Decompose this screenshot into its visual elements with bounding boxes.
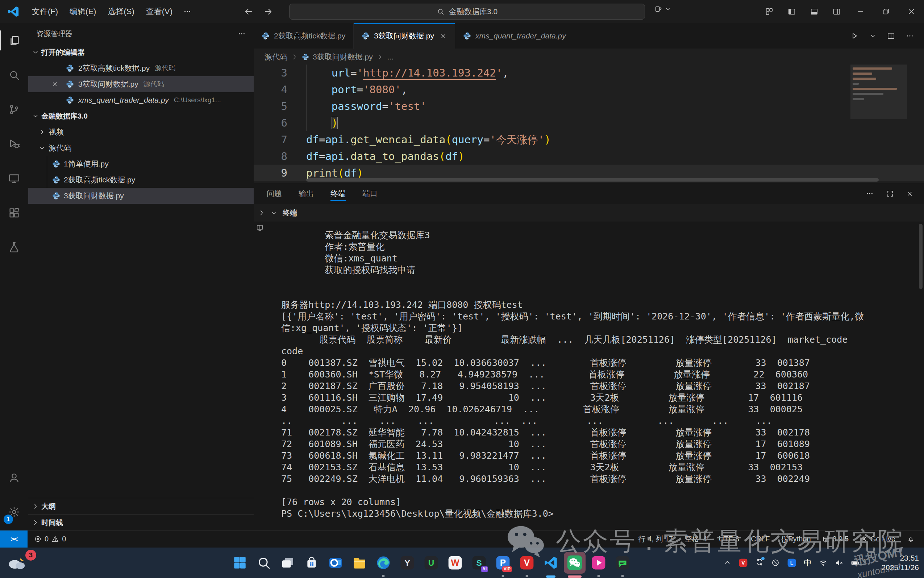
activity-explorer[interactable] [0,23,28,58]
timeline-header[interactable]: 时间线 [28,514,254,531]
toggle-sidebar-icon[interactable] [780,0,803,23]
open-editor-item[interactable]: xms_quant_trader_data.pyC:\Users\lxg1... [28,92,254,108]
status-go-live[interactable]: Go Live [860,535,895,543]
file-item[interactable]: 1简单使用.py [28,156,254,172]
forward-icon[interactable] [263,6,273,17]
taskbar-app-search-icon[interactable] [253,552,275,574]
panel-more-icon[interactable] [866,190,874,198]
menubar-more-button[interactable] [178,8,196,16]
minimap[interactable] [850,65,907,183]
tray-sync-icon[interactable] [755,558,764,568]
taskbar-app-green-chat-app-icon[interactable] [612,552,633,574]
menu-item[interactable]: 查看(V) [140,6,178,17]
breadcrumb-item[interactable]: ... [387,53,394,61]
editor-tab[interactable]: 3获取问财数据.py [354,23,455,49]
taskbar-app-red-v-app-icon[interactable]: V [516,552,538,574]
toggle-secondary-sidebar-icon[interactable] [825,0,848,23]
run-button[interactable] [850,32,859,40]
panel-tab-端口[interactable]: 端口 [362,183,377,204]
terminal-scrollbar[interactable] [919,224,922,289]
status-notifications[interactable] [907,535,914,543]
problems-status[interactable]: 0 0 [28,535,66,543]
tray-lenovo-icon[interactable]: L [787,558,796,567]
folder-item-open[interactable]: 源代码 [28,140,254,156]
panel-tab-输出[interactable]: 输出 [299,183,314,204]
taskbar-app-s-ai-app-icon[interactable]: SAI [468,552,490,574]
taskbar-app-legion-icon[interactable]: Y [396,552,418,574]
close-icon[interactable] [440,32,447,39]
taskbar-app-outlook-icon[interactable] [325,552,346,574]
activity-source-control[interactable] [0,92,28,127]
panel-maximize-icon[interactable] [886,190,894,198]
menu-item[interactable]: 编辑(E) [64,6,102,17]
customize-layout-icon[interactable] [758,0,780,23]
tray-ime-icon[interactable]: 中 [804,557,812,568]
editor-tab[interactable]: 2获取高频tick数据.py [254,23,354,49]
taskbar-app-uu-accelerator-icon[interactable]: U [420,552,442,574]
panel-tab-问题[interactable]: 问题 [267,183,282,204]
activity-settings[interactable]: 1 [0,495,28,529]
tray-blocked-app-icon[interactable] [771,559,780,567]
open-editors-header[interactable]: 打开的编辑器 [28,44,254,60]
toggle-panel-icon[interactable] [803,0,825,23]
close-button[interactable] [899,0,924,23]
activity-account[interactable] [0,460,28,495]
activity-testing[interactable] [0,230,28,264]
project-header[interactable]: 金融数据库3.0 [28,108,254,124]
breadcrumb-item[interactable]: 3获取问财数据.py [313,52,373,62]
open-editor-item[interactable]: 2获取高频tick数据.py源代码 [28,60,254,76]
menu-item[interactable]: 选择(S) [102,6,140,17]
taskbar-app-pink-video-app-icon[interactable] [588,552,610,574]
status-indentation[interactable]: 空格: 4 [685,534,707,544]
outline-header[interactable]: 大纲 [28,498,254,514]
run-dropdown-icon[interactable] [870,32,876,39]
layout-switch-button[interactable] [654,5,671,13]
breadcrumb-item[interactable]: 源代码 [264,52,287,62]
activity-remote-explorer[interactable] [0,161,28,195]
panel-close-icon[interactable] [906,190,913,197]
open-editor-item[interactable]: 3获取问财数据.py源代码 [28,76,254,92]
editor-tab[interactable]: xms_quant_trader_data.py [455,23,574,49]
tray-wps-tray-icon[interactable]: V [738,558,748,567]
taskbar-app-file-explorer-icon[interactable] [349,552,370,574]
tray-wifi-icon[interactable] [819,559,828,567]
taskbar-app-edge-icon[interactable] [372,552,394,574]
terminal-header[interactable]: 终端 [254,204,924,222]
status-language-mode[interactable]: {} Python [781,535,811,543]
tray-battery-icon[interactable] [851,559,859,567]
status-cursor-position[interactable]: 行 4, 列 17 [638,534,673,544]
taskbar-app-vscode-icon[interactable] [540,552,562,574]
taskbar-clock[interactable]: 23:51 2025/11/26 [881,553,919,572]
back-icon[interactable] [243,6,254,17]
weather-widget[interactable]: 3 [5,551,39,575]
chevron-right-icon[interactable] [258,209,265,216]
split-editor-icon[interactable] [887,32,895,40]
activity-run-debug[interactable] [0,127,28,161]
command-center-search[interactable]: 金融数据库3.0 [289,3,645,19]
code-editor[interactable]: 3 url='http://14.103.193.242',4 port='80… [254,65,924,183]
breadcrumb[interactable]: 源代码 3获取问财数据.py... [254,49,924,65]
taskbar-app-start-icon[interactable] [229,552,251,574]
taskbar-app-store-icon[interactable] [301,552,322,574]
more-actions-icon[interactable] [238,30,246,38]
status-encoding[interactable]: UTF-8 [718,535,739,543]
close-icon[interactable] [52,81,58,88]
remote-indicator[interactable]: >< [0,531,28,547]
folder-item-closed[interactable]: 视频 [28,124,254,140]
editor-horizontal-scrollbar[interactable] [306,178,879,182]
chevron-down-icon[interactable] [270,209,278,216]
menu-item[interactable]: 文件(F) [26,6,64,17]
restore-button[interactable] [873,0,899,23]
terminal-output[interactable]: 索普金融量化交易数据库3 作者:索普量化 微信:xms_quant 获取的授权码… [254,222,924,531]
tray-hidden-icons-icon[interactable] [723,559,731,567]
status-python-version[interactable]: 3.9.5 [822,535,849,543]
panel-tab-终端[interactable]: 终端 [330,183,346,204]
editor-more-icon[interactable] [906,32,914,40]
taskbar-app-task-view-icon[interactable] [277,552,299,574]
activity-extensions[interactable] [0,195,28,230]
taskbar-app-blue-vip-app-icon[interactable]: PVIP [492,552,514,574]
tray-volume-muted-icon[interactable] [835,559,843,567]
taskbar-app-wechat-icon[interactable] [564,552,586,574]
file-item[interactable]: 2获取高频tick数据.py [28,172,254,188]
taskbar-app-wps-icon[interactable]: W [444,552,466,574]
